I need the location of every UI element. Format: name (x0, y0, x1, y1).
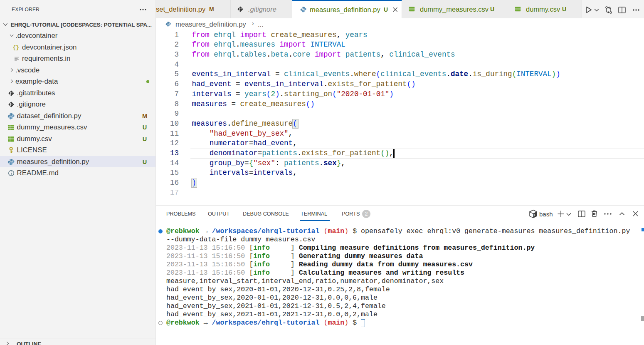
svg-text:$: $ (534, 214, 535, 217)
